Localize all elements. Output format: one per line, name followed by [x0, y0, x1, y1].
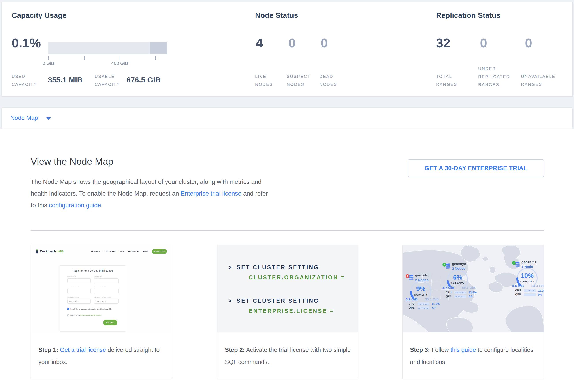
checkbox-checked-icon [67, 308, 69, 310]
software-license-link: Software License Agreement. [80, 314, 101, 316]
step2-card: >SET CLUSTER SETTING CLUSTER.ORGANIZATIO… [217, 245, 358, 379]
project-phase-select: Please Select [67, 299, 91, 304]
under-replicated-value: 0 [480, 36, 487, 50]
form-title: Register for a 30-day trial license [60, 269, 125, 272]
qps-sparkline [454, 295, 466, 298]
locality-name: geo=nyc [452, 262, 466, 266]
field-label: PROJECT PHASE [67, 297, 91, 298]
nav-item: CUSTOMERS [104, 250, 115, 252]
capacity-used: 3.2 GiB [406, 297, 417, 301]
sql-statement: SET CLUSTER SETTING [237, 264, 319, 270]
usable-capacity-value: 676.5 GiB [126, 76, 161, 84]
section-divider [31, 230, 544, 231]
cpu-value: 11.0% [432, 302, 440, 306]
capacity-usage-title: Capacity Usage [12, 11, 67, 20]
qps-label: QPS [446, 295, 451, 298]
capacity-total: 65.7 GiB [462, 286, 475, 290]
capacity-label: CAPACITY [445, 282, 471, 285]
under-replicated-label: UNDER- REPLICATED RANGES [478, 65, 510, 89]
capacity-percent: 0.1% [12, 36, 41, 50]
checkbox-empty-icon [67, 314, 69, 316]
qps-sparkline [524, 293, 536, 296]
checkbox-label: I agree to the Software License Agreemen… [70, 314, 101, 316]
this-guide-link[interactable]: this guide [451, 347, 476, 353]
node-map-dropdown[interactable]: Node Map [1, 107, 573, 129]
field-label: LAST NAME [94, 276, 119, 278]
capacity-bar [48, 42, 167, 55]
sql-setting-organization: CLUSTER.ORGANIZATION = [249, 274, 345, 281]
trial-license-form: Register for a 30-day trial license FIRS… [60, 265, 126, 332]
select-value: Please Select [67, 299, 90, 302]
used-capacity-value: 355.1 MiB [48, 76, 82, 84]
dead-nodes-label: DEAD NODES [319, 73, 337, 88]
step3-caption: Step 3: Follow this guide to configure l… [410, 344, 538, 368]
capacity-percent: 6% [445, 274, 471, 281]
capacity-percent: 9% [408, 285, 434, 293]
nav-item: DOCS [119, 250, 124, 252]
step1-card: Cockroach LABS PRODUCT CUSTOMERS DOCS RE… [31, 245, 172, 379]
suspect-nodes-value: 0 [288, 36, 295, 50]
qps-sparkline [418, 306, 430, 309]
qps-value: 0.0 [538, 293, 542, 296]
node-map-description: The Node Map shows the geographical layo… [31, 176, 269, 211]
cpu-value: 42.5% [469, 291, 477, 294]
sql-setting-license: ENTERPRISE.LICENSE = [249, 308, 334, 314]
step-number: Step 2: [225, 347, 245, 353]
unavailable-ranges-label: UNAVAILABLE RANGES [521, 73, 555, 88]
map-node-nyc: ✓ geo=nyc 2 Nodes 6% CAPACITY 3.7 GiB [442, 251, 480, 299]
caption-text [58, 347, 60, 353]
node-map-dropdown-label: Node Map [10, 115, 38, 121]
qps-value: 4.7 [432, 306, 436, 310]
brand-name: Cockroach [40, 250, 56, 253]
total-ranges-label: TOTAL RANGES [436, 73, 457, 88]
checkbox-label: I would like to receive email updates ab… [70, 308, 112, 310]
step-number: Step 3: [410, 347, 430, 353]
cockroach-logo-icon [35, 249, 39, 254]
cpu-label: CPU [446, 291, 451, 294]
qps-label: QPS [515, 293, 521, 296]
get-trial-license-link[interactable]: Get a trial license [60, 347, 106, 353]
locality-name: geo=ams [521, 260, 536, 264]
nav-item: BLOG [143, 250, 148, 252]
suspect-nodes-label: SUSPECT NODES [287, 73, 310, 88]
node-map-preview: 1 geo=sfo 2 Nodes 9% CAPACITY 3.2 GiB [403, 245, 544, 333]
license-agreement-checkbox-row: I agree to the Software License Agreemen… [67, 314, 101, 316]
tick-label-0: 0 GiB [33, 61, 64, 66]
step1-caption: Step 1: Get a trial license delivered st… [38, 344, 166, 368]
enterprise-trial-license-link[interactable]: Enterprise trial license [181, 190, 241, 197]
submit-button: SUBMIT [103, 320, 117, 325]
cpu-sparkline [524, 289, 536, 292]
description-text: . [101, 202, 103, 208]
configuration-guide-link[interactable]: configuration guide [49, 202, 101, 208]
cpu-value: 12.3% [538, 289, 544, 292]
capacity-bar-reserved-segment [150, 42, 167, 55]
qps-value: 0.0 [469, 295, 472, 298]
field-label: COMPANY EMAIL [94, 286, 119, 288]
capacity-label: CAPACITY [408, 294, 434, 296]
get-enterprise-trial-button[interactable]: GET A 30-DAY ENTERPRISE TRIAL [408, 159, 544, 177]
node-map-enterprise-section: View the Node Map The Node Map shows the… [0, 129, 574, 392]
capacity-label: CAPACITY [514, 280, 540, 283]
capacity-used: 3.7 GiB [442, 286, 454, 290]
field-label: COMPANY NAME [67, 286, 91, 288]
tick-label-400: 400 GiB [104, 61, 135, 66]
total-ranges-value: 32 [436, 36, 451, 50]
reason-select: Please Select [94, 299, 119, 304]
brand-suffix: LABS [57, 250, 63, 253]
nav-item: RESOURCES [128, 250, 140, 252]
nav-item: PRODUCT [91, 250, 100, 252]
node-status-title: Node Status [255, 11, 298, 20]
caption-text: Follow [430, 347, 451, 353]
usable-capacity-label: USABLE CAPACITY [95, 73, 120, 88]
company-email-field [94, 289, 119, 294]
axis-tick [84, 56, 85, 60]
axis-tick [120, 56, 120, 60]
capacity-used: 3.6 GiB [512, 284, 524, 288]
axis-tick [48, 56, 49, 60]
cpu-label: CPU [409, 302, 414, 305]
sql-statement: SET CLUSTER SETTING [237, 298, 319, 304]
sql-commands-panel: >SET CLUSTER SETTING CLUSTER.ORGANIZATIO… [217, 245, 358, 333]
replication-status-title: Replication Status [436, 11, 500, 20]
download-button: DOWNLOAD [152, 249, 167, 254]
email-updates-checkbox-row: I would like to receive email updates ab… [67, 308, 112, 310]
